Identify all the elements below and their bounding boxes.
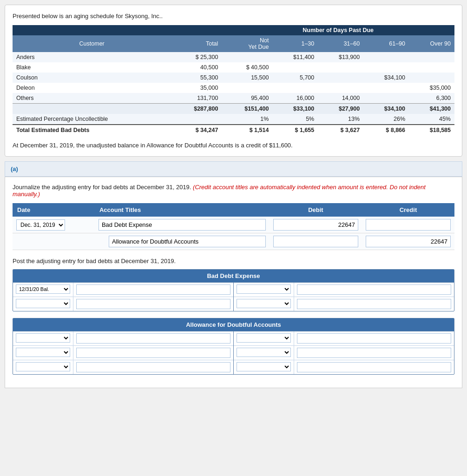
account-input-1[interactable] (99, 219, 266, 231)
credit-input-1[interactable] (366, 219, 451, 231)
t-cell-val-al-r3 (294, 360, 454, 374)
t-input-bad-right-1[interactable] (297, 284, 452, 295)
customer-name: Blake (13, 62, 171, 73)
journal-col-account: Account Titles (95, 203, 270, 217)
t-row-bad-2 (13, 297, 233, 311)
col-61-90: 61–90 (363, 35, 409, 52)
table-row: Coulson 55,300 15,500 5,700 $34,100 (13, 73, 454, 83)
not-yet-val (222, 52, 272, 62)
date-select-1[interactable]: Dec. 31, 2019 (16, 219, 65, 231)
t-row-al-1 (13, 331, 233, 346)
over90-val (409, 52, 454, 62)
aging-table: Number of Days Past Due Customer Total N… (13, 25, 454, 135)
t-date-select-bad-1[interactable]: 12/31/20 Bal. (16, 284, 70, 294)
journal-row-1: Dec. 31, 2019 (13, 217, 454, 233)
customer-name: Coulson (13, 73, 171, 83)
t-input-al-left-3[interactable] (76, 362, 230, 372)
t-input-bad-right-2[interactable] (297, 299, 452, 309)
t-input-al-right-3[interactable] (297, 362, 452, 372)
t-row-al-3 (13, 360, 233, 374)
t-input-al-left-2[interactable] (76, 348, 230, 358)
t-date-select-al-1[interactable] (16, 333, 70, 343)
credit-input-2[interactable] (366, 236, 451, 247)
t-input-bad-left-1[interactable] (76, 284, 230, 295)
col-customer: Customer (13, 35, 171, 52)
t-date-select-al-2[interactable] (16, 348, 70, 357)
col-1-30: 1–30 (272, 35, 318, 52)
t-date-select-bad-r1[interactable] (237, 284, 291, 294)
bad-debt-header: Bad Debt Expense (13, 270, 454, 282)
t-cell-val-al-3 (73, 360, 233, 374)
t-cell-date-al-r1 (234, 331, 294, 345)
customer-name: Anders (13, 52, 171, 62)
intro-text: Presented below is an aging schedule for… (13, 13, 454, 20)
est-bad-row: Total Estimated Bad Debts $ 34,247 $ 1,5… (13, 125, 454, 135)
t-date-select-al-r2[interactable] (237, 348, 291, 357)
table-row: Others 131,700 95,400 16,000 14,000 6,30… (13, 93, 454, 104)
debit-input-2[interactable] (273, 236, 358, 247)
totals-row: $287,800 $151,400 $33,100 $27,900 $34,10… (13, 104, 454, 114)
customer-name: Deleon (13, 83, 171, 93)
t-cell-val-bad-1 (73, 283, 233, 297)
t-cell-date-al-2 (13, 346, 73, 360)
t-date-select-al-3[interactable] (16, 362, 70, 371)
t-row-al-2 (13, 346, 233, 360)
t-row-al-r2 (234, 346, 454, 360)
customer-name: Others (13, 93, 171, 104)
t-cell-val-bad-r2 (294, 297, 454, 311)
bad-debt-t-account: Bad Debt Expense 12/31/20 Bal. (13, 269, 454, 311)
31-60-val: $13,900 (318, 52, 363, 62)
pct-row: Estimated Percentage Uncollectible 1% 5%… (13, 114, 454, 125)
t-date-select-bad-r2[interactable] (237, 299, 291, 308)
t-row-al-r3 (234, 360, 454, 374)
t-date-select-al-r3[interactable] (237, 362, 291, 371)
t-input-al-right-1[interactable] (297, 333, 452, 344)
post-text: Post the adjusting entry for bad debts a… (13, 258, 454, 264)
t-cell-val-bad-r1 (294, 283, 454, 297)
t-cell-date-al-r3 (234, 360, 294, 374)
t-row-bad-r2 (234, 297, 454, 311)
allowance-t-account: Allowance for Doubtful Accounts (13, 318, 454, 375)
section-a-card: Journalize the adjusting entry for bad d… (5, 177, 462, 388)
t-input-al-right-2[interactable] (297, 348, 452, 358)
t-cell-date-bad-1: 12/31/20 Bal. (13, 283, 73, 297)
section-a-label: (a) (5, 161, 462, 177)
t-date-select-bad-2[interactable] (16, 299, 70, 308)
t-cell-val-al-1 (73, 331, 233, 345)
journal-table: Date Account Titles Debit Credit Dec. 31… (13, 203, 454, 250)
days-past-due-header: Number of Days Past Due (222, 25, 454, 35)
t-account-right-bad (234, 283, 454, 311)
col-31-60: 31–60 (318, 35, 363, 52)
journal-col-date: Date (13, 203, 95, 217)
61-90-val (363, 52, 409, 62)
journal-col-credit: Credit (362, 203, 454, 217)
t-account-body-bad: 12/31/20 Bal. (13, 282, 454, 311)
instruction-text: Journalize the adjusting entry for bad d… (13, 184, 454, 198)
col-not-yet: NotYet Due (222, 35, 272, 52)
t-input-bad-left-2[interactable] (76, 299, 230, 309)
table-row: Deleon 35,000 $35,000 (13, 83, 454, 93)
t-cell-date-bad-r1 (234, 283, 294, 297)
t-cell-date-al-r2 (234, 346, 294, 360)
t-cell-date-al-3 (13, 360, 73, 374)
t-cell-val-al-r2 (294, 346, 454, 360)
t-date-select-al-r1[interactable] (237, 333, 291, 343)
t-cell-date-al-1 (13, 331, 73, 345)
t-cell-val-al-2 (73, 346, 233, 360)
t-account-right-allowance (234, 331, 454, 374)
allowance-header: Allowance for Doubtful Accounts (13, 318, 454, 331)
total-val: $ 25,300 (171, 52, 222, 62)
account-input-2[interactable] (109, 236, 266, 247)
journal-col-debit: Debit (270, 203, 362, 217)
instruction-prefix: Journalize the adjusting entry for bad d… (13, 184, 193, 191)
t-cell-val-al-r1 (294, 331, 454, 345)
t-row-bad-1: 12/31/20 Bal. (13, 283, 233, 297)
t-input-al-left-1[interactable] (76, 333, 230, 344)
t-account-left-allowance (13, 331, 234, 374)
t-cell-date-bad-2 (13, 297, 73, 311)
debit-input-1[interactable] (273, 219, 358, 231)
1-30-val: $11,400 (272, 52, 318, 62)
journal-row-2 (13, 233, 454, 250)
aging-schedule-card: Presented below is an aging schedule for… (5, 5, 462, 157)
t-cell-date-bad-r2 (234, 297, 294, 311)
